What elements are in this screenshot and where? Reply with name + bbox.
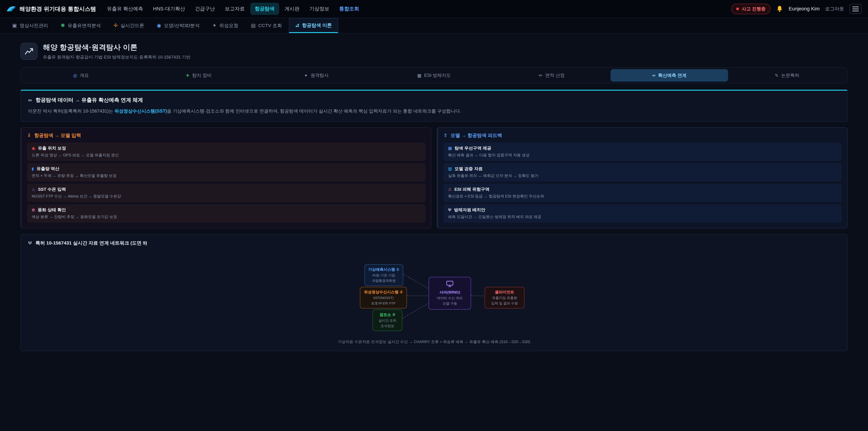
subnav-satellite-request[interactable]: ✦ 위성요청 [207,18,244,33]
sub-navbar: ▣ 영상사진관리 ❋ 유출유면적분석 ✣ 실시간드론 ◉ 오염/선박3D분석 ✦… [0,18,868,33]
wing-logo-icon [6,5,16,12]
nav-aerial-search[interactable]: 항공탐색 [250,3,279,15]
overview-icon: ◎ [73,73,77,78]
nav-reports[interactable]: 보고자료 [220,3,249,15]
item-desc: 실측 유출유 위치 ↔ 예측값 오차 분석 → 정확도 평가 [448,173,837,178]
incident-status-badge: 사고 진행중 [731,4,771,14]
list-item: ♨SST 수온 입력 NGSST FTP 수신 → Akima 보간 → 증발모… [27,184,426,202]
panel-title-text: 모델 → 항공탐색 피드백 [451,132,502,138]
model-input-panel: ⇩ 항공탐색 → 모델 입력 ◉유출 위치 보정 드론·위성 영상 → GPS … [20,127,431,228]
panel-title-text: 항공탐색 → 모델 입력 [34,132,81,138]
item-title: 모델 검증 자료 [455,166,483,172]
tab-label: 확산예측 연계 [658,72,687,79]
tab-forecast-linkage[interactable]: ∞ 확산예측 연계 [611,69,728,82]
photo-icon: ▣ [12,23,17,29]
tab-detection-equipment[interactable]: ✈ 탐지 장비 [140,69,258,82]
node-satellite-receiver: 위성영상수신시스템 ② SST(NGSST) 토호쿠대학 FTP [360,287,407,308]
item-desc: 확산 예측 결과 → 다음 항차 집중구역 자동 생성 [448,153,837,158]
hamburger-menu-icon[interactable] [849,4,862,14]
sst-system-link[interactable]: 위성영상수신시스템(SST) [114,109,167,114]
cctv-icon: ▤ [251,23,256,29]
item-title: ESI 피해 위험구역 [454,186,489,192]
tab-label: 면적 산정 [545,72,565,79]
subnav-label: 영상사진관리 [20,22,48,29]
nav-emergency-rescue[interactable]: 긴급구난 [191,3,219,15]
app-title: 해양환경 위기대응 통합시스템 [20,5,96,13]
alert-icon: ⚠ [448,187,452,192]
nav-weather-info[interactable]: 기상정보 [305,3,334,15]
node-title: 위성영상수신시스템 ② [363,289,404,295]
description-text: 을 기상예측시스템·검조소와 함께 인터넷으로 연결하여, 항공탐색 데이터가 … [167,109,461,114]
node-title: 검조소 ③ [376,312,399,317]
node-line: 모델 구동 [432,301,468,306]
aircraft-icon: ✈ [186,73,190,78]
computer-icon [446,281,454,287]
list-item: ✿풍화 상태 확인 색상 분류 → 잔량비 추정 → 풍화모델 초기값 보정 [27,204,426,223]
node-client: 클라이언트 유출지점·유출량 입력 및 결과 수령 [485,287,524,308]
model-feedback-panel-title: ⇧ 모델 → 항공탐색 피드백 [443,132,842,138]
model-input-panel-title: ⇩ 항공탐색 → 모델 입력 [27,132,426,138]
subnav-pollution-ship-3d[interactable]: ◉ 오염/선박3D분석 [151,18,206,33]
network-panel-title: Ψ 특허 10-1567431 실시간 자료 연계 네트워크 (도면 9) [28,240,840,246]
topnav-right: 사고 진행중 Eunjeong Kim 로그아웃 [731,4,862,14]
link-icon: ∞ [28,97,32,103]
item-desc: 예측 도달시간 → 오일펜스·방제정 최적 배치 좌표 제공 [448,214,837,219]
nav-spill-forecast[interactable]: 유출유 확산예측 [102,3,148,15]
list-item: ⚠ESI 피해 위험구역 확산경로 × ESI 등급 → 항공탐색 ESI 현장… [443,184,842,202]
logout-button[interactable]: 로그아웃 [825,6,844,12]
linkage-description: 이문진 박사 특허(등록특허 10-1567431)는 위성영상수신시스템(SS… [28,107,840,115]
item-title: 유출 위치 보정 [38,145,66,151]
nav-board[interactable]: 게시판 [280,3,304,15]
inbox-icon: ⇩ [27,133,31,138]
brand[interactable]: 해양환경 위기대응 통합시스템 [6,5,96,13]
subnav-oil-area-analysis[interactable]: ❋ 유출유면적분석 [55,18,107,33]
outbox-icon: ⇧ [443,133,447,138]
node-line: 유출지점·유출량 [488,296,521,300]
item-desc: 면적 × 두께 → 유량 추정 → 확산모델 유출량 보정 [32,173,421,178]
tab-label: ESI 방제지도 [424,72,451,79]
tab-area-calculation[interactable]: ✏ 면적 산정 [493,69,611,82]
list-item: ▦탐색 우선구역 제공 확산 예측 결과 → 다음 항차 집중구역 자동 생성 [443,143,842,161]
antenna-icon: Ψ [28,240,32,246]
pin-icon: ◉ [32,146,35,151]
area-analysis-icon: ❋ [61,23,65,29]
tab-label: 논문특허 [781,72,799,79]
weathering-icon: ✿ [32,208,35,212]
volume-icon: ▮ [32,166,34,171]
tab-remote-sensing[interactable]: ✦ 원격탐사 [257,69,375,82]
nav-integrated-search[interactable]: 통합조회 [335,3,364,15]
thermometer-icon: ♨ [32,187,35,192]
node-line: 입력 및 결과 수령 [488,301,521,306]
tab-label: 원격탐사 [311,72,329,79]
tab-esi-map[interactable]: ▦ ESI 방제지도 [375,69,493,82]
subnav-realtime-drone[interactable]: ✣ 실시간드론 [107,18,150,33]
node-line: 바람·기온·기압 [368,273,400,278]
pencil-icon: ✏ [539,73,542,78]
tab-label: 탐지 장비 [192,72,212,79]
item-desc: NGSST FTP 수신 → Akima 보간 → 증발모델 수온값 [32,194,421,199]
subnav-photo-management[interactable]: ▣ 영상사진관리 [6,18,54,33]
page-title: 해양 항공탐색·원격탐사 이론 [43,42,190,53]
document-icon: ✎ [775,73,778,78]
node-line: 실시간 조위 [376,318,399,323]
tab-papers-patents[interactable]: ✎ 논문특허 [728,69,846,82]
bell-icon[interactable] [776,5,783,12]
subnav-cctv-view[interactable]: ▤ CCTV 조회 [245,18,288,33]
nav-hns-air[interactable]: HNS·대기확산 [149,3,190,15]
node-line: 토호쿠대학 FTP [363,301,404,306]
item-title: 탐색 우선구역 제공 [455,145,491,151]
subnav-aerial-search-theory[interactable]: ⊿ 항공탐색 이론 [289,18,338,33]
main-nav: 유출유 확산예측 HNS·대기확산 긴급구난 보고자료 항공탐색 게시판 기상정… [102,3,364,15]
bar-chart-icon: ▥ [448,166,452,171]
node-line: 조석정보 [376,324,399,328]
node-line: 데이터 수신·처리 [432,296,468,300]
tab-overview[interactable]: ◎ 개요 [22,69,140,82]
network-caption: 기상자료·수온자료·조석정보 실시간 수신 → CHARRY 조류 + 취송류 … [28,339,840,344]
linkage-section: ∞ 항공탐색 데이터 → 유출유 확산예측 연계 체계 이문진 박사 특허(등록… [20,90,848,122]
item-desc: 드론·위성 영상 → GPS 좌표 → 모델 유출지점 갱신 [32,153,421,158]
incident-status-label: 사고 진행중 [742,6,766,12]
node-title: 기상예측시스템 ① [368,267,400,272]
list-item: ◉유출 위치 보정 드론·위성 영상 → GPS 좌표 → 모델 유출지점 갱신 [27,143,426,161]
network-title-text: 특허 10-1567431 실시간 자료 연계 네트워크 (도면 9) [35,240,147,246]
section-title-text: 항공탐색 데이터 → 유출유 확산예측 연계 체계 [35,96,143,103]
